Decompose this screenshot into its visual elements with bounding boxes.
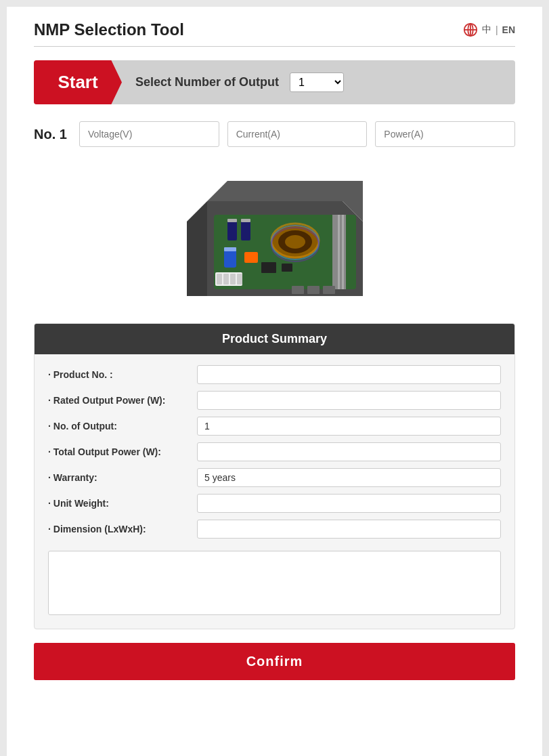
- warranty-value: 5 years: [197, 468, 501, 487]
- select-output-label: Select Number of Output: [135, 75, 279, 89]
- svg-rect-36: [323, 286, 335, 294]
- lang-divider: |: [496, 24, 498, 35]
- lang-en[interactable]: EN: [502, 24, 515, 35]
- confirm-button[interactable]: Confirm: [34, 643, 515, 680]
- weight-value: [197, 494, 501, 513]
- product-summary-header: Product Summary: [35, 324, 514, 354]
- voltage-input[interactable]: [79, 121, 219, 147]
- page-container: NMP Selection Tool 中 | EN Start Select N…: [7, 7, 542, 756]
- svg-rect-33: [237, 274, 242, 285]
- no-output-label: · No. of Output:: [48, 421, 197, 432]
- output-row: No. 1: [34, 121, 515, 147]
- current-input[interactable]: [227, 121, 368, 147]
- header: NMP Selection Tool 中 | EN: [34, 20, 515, 39]
- svg-rect-19: [224, 249, 236, 268]
- svg-rect-21: [244, 252, 258, 263]
- power-input[interactable]: [375, 121, 515, 147]
- svg-rect-22: [261, 262, 276, 273]
- page-title: NMP Selection Tool: [34, 20, 184, 39]
- summary-row-total-power: · Total Output Power (W):: [48, 442, 501, 461]
- product-no-value: [197, 365, 501, 384]
- start-banner: Start Select Number of Output 1 2 3 4: [34, 60, 515, 104]
- product-no-label: · Product No. :: [48, 369, 197, 380]
- product-summary-body: · Product No. : · Rated Output Power (W)…: [35, 354, 514, 629]
- lang-zh[interactable]: 中: [482, 24, 491, 36]
- svg-rect-27: [342, 215, 344, 289]
- summary-row-no-output: · No. of Output: 1: [48, 417, 501, 436]
- product-summary-container: Product Summary · Product No. : · Rated …: [34, 323, 515, 629]
- svg-rect-35: [307, 286, 320, 294]
- svg-rect-18: [241, 219, 250, 222]
- svg-rect-16: [227, 219, 237, 222]
- svg-marker-6: [187, 201, 207, 296]
- svg-rect-26: [340, 215, 342, 289]
- total-power-label: · Total Output Power (W):: [48, 446, 197, 457]
- svg-rect-28: [344, 215, 346, 289]
- summary-row-rated-power: · Rated Output Power (W):: [48, 391, 501, 410]
- svg-rect-24: [332, 215, 338, 289]
- svg-rect-32: [230, 274, 236, 285]
- output-label: No. 1: [34, 127, 71, 142]
- product-image-area: [34, 161, 515, 310]
- lang-switcher: 中 | EN: [463, 22, 515, 37]
- weight-label: · Unit Weight:: [48, 498, 197, 509]
- svg-point-11: [285, 235, 305, 249]
- no-output-value: 1: [197, 417, 501, 436]
- header-divider: [34, 46, 515, 47]
- summary-row-warranty: · Warranty: 5 years: [48, 468, 501, 487]
- summary-row-dimension: · Dimension (LxWxH):: [48, 520, 501, 539]
- svg-rect-31: [223, 274, 229, 285]
- dimension-label: · Dimension (LxWxH):: [48, 524, 197, 534]
- product-image: [187, 161, 363, 310]
- svg-rect-34: [292, 286, 304, 294]
- output-select[interactable]: 1 2 3 4: [290, 72, 344, 92]
- svg-rect-15: [227, 220, 237, 240]
- notes-textarea[interactable]: [48, 551, 501, 615]
- summary-row-product-no: · Product No. :: [48, 365, 501, 384]
- rated-power-label: · Rated Output Power (W):: [48, 395, 197, 406]
- dimension-value: [197, 520, 501, 539]
- svg-rect-17: [241, 220, 250, 240]
- start-button[interactable]: Start: [34, 60, 122, 104]
- rated-power-value: [197, 391, 501, 410]
- start-content: Select Number of Output 1 2 3 4: [122, 72, 515, 92]
- summary-row-weight: · Unit Weight:: [48, 494, 501, 513]
- warranty-label: · Warranty:: [48, 472, 197, 483]
- svg-rect-23: [282, 264, 292, 272]
- svg-rect-20: [224, 247, 236, 251]
- svg-rect-25: [338, 215, 340, 289]
- globe-icon: [463, 22, 478, 37]
- svg-rect-30: [217, 274, 222, 285]
- total-power-value: [197, 442, 501, 461]
